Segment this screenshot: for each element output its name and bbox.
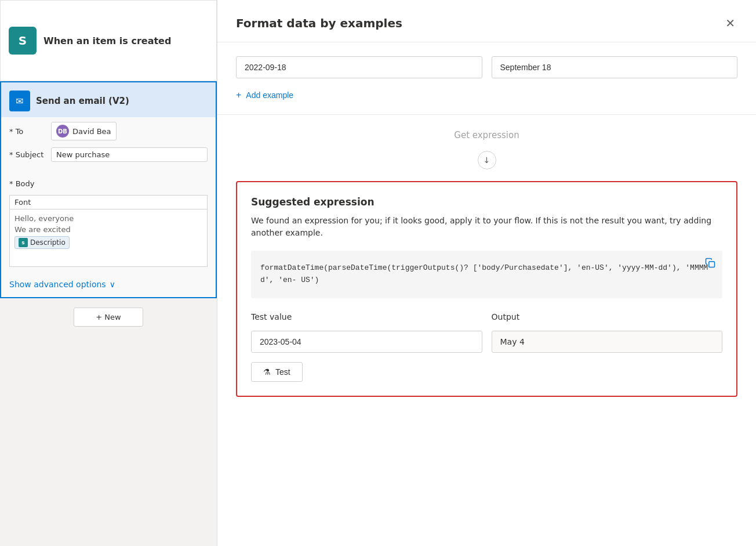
form-fields: * To DB David Bea * Subject New purchase xyxy=(1,117,216,177)
test-button[interactable]: ⚗ Test xyxy=(251,362,303,382)
subject-label: * Subject xyxy=(9,150,46,159)
trigger-icon: S xyxy=(9,27,37,55)
email-icon-inner: ✉ xyxy=(16,96,23,107)
body-hello: Hello, everyone xyxy=(14,214,202,223)
desc-text: Descriptio xyxy=(30,238,66,247)
arrow-down-icon: ↓ xyxy=(484,156,490,165)
show-advanced-label: Show advanced options xyxy=(9,280,106,289)
body-section: * Body Font Hello, everyone We are excit… xyxy=(1,177,216,272)
flask-icon: ⚗ xyxy=(263,367,271,377)
arrow-down-circle: ↓ xyxy=(478,151,496,169)
desc-icon: s xyxy=(19,238,28,247)
suggested-expression-box: Suggested expression We found an express… xyxy=(236,181,737,397)
suggested-description: We found an expression for you; if it lo… xyxy=(251,215,722,239)
example-input-field[interactable] xyxy=(236,56,482,78)
divider-top xyxy=(217,114,756,115)
test-section: Test value Output May 4 ⚗ Test xyxy=(251,312,722,382)
subject-value: New purchase xyxy=(56,150,110,159)
body-toolbar: Font xyxy=(9,195,208,209)
trigger-icon-letter: S xyxy=(19,34,27,48)
plus-icon: + xyxy=(236,90,241,100)
email-icon: ✉ xyxy=(9,91,30,111)
add-example-button[interactable]: + Add example xyxy=(236,88,293,103)
code-text: formatDateTime(parseDateTime(triggerOutp… xyxy=(260,263,708,284)
new-step-label: + New xyxy=(96,313,121,321)
subject-field-row: * Subject New purchase xyxy=(9,147,208,162)
subject-input[interactable]: New purchase xyxy=(51,147,208,162)
test-labels-row: Test value Output xyxy=(251,312,722,321)
body-field-row: * Body xyxy=(9,179,208,188)
email-block-header: ✉ Send an email (V2) xyxy=(1,82,216,117)
to-name: David Bea xyxy=(72,127,111,136)
copy-button[interactable] xyxy=(705,258,715,274)
desc-icon-letter: s xyxy=(21,240,24,245)
modal-header: Format data by examples ✕ xyxy=(217,0,756,42)
get-expression-button[interactable]: Get expression xyxy=(236,124,737,146)
modal-title: Format data by examples xyxy=(236,16,402,30)
trigger-block: S When an item is created xyxy=(0,0,217,81)
test-inputs-row: May 4 xyxy=(251,331,722,353)
code-block: formatDateTime(parseDateTime(triggerOutp… xyxy=(251,251,722,298)
get-expression-label: Get expression xyxy=(454,130,519,140)
example-output-field[interactable] xyxy=(492,56,738,78)
modal-panel: Format data by examples ✕ + Add example … xyxy=(217,0,756,546)
test-output-display: May 4 xyxy=(492,331,723,353)
test-value-input[interactable] xyxy=(251,331,482,353)
chevron-down-icon: ∨ xyxy=(110,280,115,289)
to-field-row: * To DB David Bea xyxy=(9,122,208,140)
close-button[interactable]: ✕ xyxy=(723,14,737,32)
font-label: Font xyxy=(14,198,31,207)
email-block: ✉ Send an email (V2) * To DB David Bea *… xyxy=(0,81,217,298)
avatar: DB xyxy=(56,125,69,138)
avatar-initials: DB xyxy=(58,128,67,135)
output-label: Output xyxy=(492,312,723,321)
show-advanced-options[interactable]: Show advanced options ∨ xyxy=(1,272,216,297)
add-example-label: Add example xyxy=(246,91,293,100)
example-row xyxy=(236,56,737,78)
new-step-button[interactable]: + New xyxy=(74,308,143,327)
left-panel: S When an item is created ✉ Send an emai… xyxy=(0,0,217,546)
modal-body: + Add example Get expression ↓ Suggested… xyxy=(217,42,756,546)
description-chip: s Descriptio xyxy=(14,236,70,249)
email-block-title: Send an email (V2) xyxy=(36,96,129,106)
body-text-area[interactable]: Hello, everyone We are excited s Descrip… xyxy=(9,209,208,267)
body-label: * Body xyxy=(9,179,46,188)
test-value-label: Test value xyxy=(251,312,482,321)
trigger-title: When an item is created xyxy=(43,35,171,46)
svg-rect-0 xyxy=(709,262,715,267)
to-label: * To xyxy=(9,127,46,136)
body-excited: We are excited xyxy=(14,225,202,234)
suggested-title: Suggested expression xyxy=(251,196,722,208)
to-value-chip[interactable]: DB David Bea xyxy=(51,122,117,140)
test-btn-label: Test xyxy=(275,367,290,377)
